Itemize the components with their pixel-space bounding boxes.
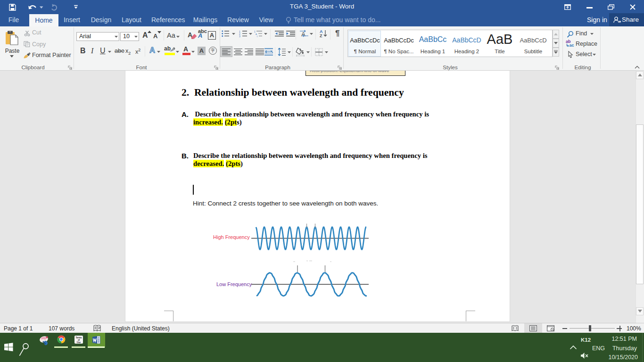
svg-text:Z: Z — [320, 33, 322, 38]
svg-text:i: i — [257, 35, 257, 37]
svg-text:3: 3 — [239, 35, 240, 37]
